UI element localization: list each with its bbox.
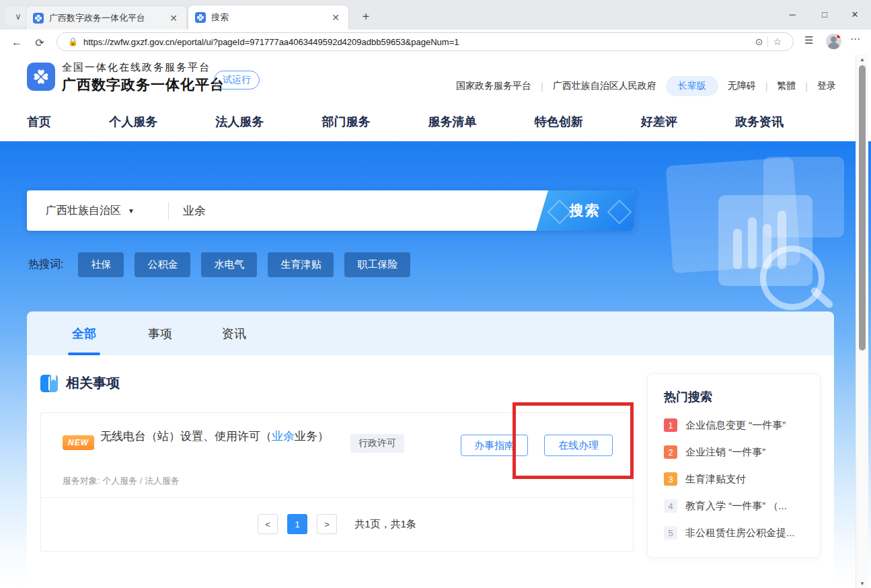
next-page-button[interactable]: >	[317, 514, 337, 534]
site-header: 全国一体化在线政务服务平台 广西数字政务一体化平台 试运行 国家政务服务平台 |…	[0, 54, 871, 141]
prev-page-button[interactable]: <	[258, 514, 278, 534]
banner-illustration	[632, 145, 871, 313]
maximize-icon: □	[822, 9, 827, 20]
window-minimize-button[interactable]: ─	[778, 4, 806, 24]
diamond-decoration	[607, 200, 632, 225]
hot-keyword-shebao[interactable]: 社保	[78, 252, 124, 277]
main-navigation: 首页 个人服务 法人服务 部门服务 服务清单 特色创新 好差评 政务资讯	[27, 114, 784, 130]
new-tab-button[interactable]: ＋	[356, 8, 375, 23]
nav-personal-services[interactable]: 个人服务	[109, 114, 157, 130]
rank-badge-5: 5	[664, 526, 677, 540]
browser-tab-portal[interactable]: 广西数字政务一体化平台 ✕	[26, 5, 187, 30]
scrollbar-thumb[interactable]	[859, 65, 866, 351]
rank-badge-3: 3	[664, 472, 677, 486]
address-bar[interactable]: 🔒 https://zwfw.gxzf.gov.cn/eportal/ui?pa…	[56, 32, 794, 51]
title-prefix: 无线电台（站）设置、使用许可（	[100, 430, 272, 443]
url-text[interactable]: https://zwfw.gxzf.gov.cn/eportal/ui?page…	[83, 37, 751, 47]
scroll-down-icon[interactable]: ▼	[856, 579, 868, 588]
hot-search-title: 热门搜索	[664, 389, 712, 405]
refresh-icon: ⟳	[35, 36, 44, 49]
tab-all[interactable]: 全部	[72, 311, 96, 355]
tab-close-icon[interactable]: ✕	[167, 12, 180, 24]
reader-menu-icon[interactable]: ⊙	[755, 36, 763, 47]
chart-bar-shape	[733, 229, 742, 269]
link-divider: |	[765, 81, 768, 91]
tab-items[interactable]: 事项	[148, 311, 172, 355]
hot-search-item-3[interactable]: 3 生育津贴支付	[664, 472, 808, 486]
nav-legal-services[interactable]: 法人服务	[215, 114, 264, 130]
nav-featured-innovation[interactable]: 特色创新	[535, 114, 583, 130]
rank-badge-1: 1	[664, 418, 677, 432]
profile-avatar[interactable]	[826, 34, 841, 49]
back-arrow-icon: ←	[11, 36, 22, 48]
trial-run-badge: 试运行	[214, 71, 260, 89]
search-divider	[168, 202, 169, 219]
tab-news[interactable]: 资讯	[222, 311, 246, 355]
link-national-platform[interactable]: 国家政务服务平台	[456, 80, 531, 92]
tab-title: 广西数字政务一体化平台	[49, 12, 167, 24]
refresh-button[interactable]: ⟳	[31, 34, 48, 51]
traditional-chinese-link[interactable]: 繁體	[777, 80, 796, 92]
header-links: 国家政务服务平台 | 广西壮族自治区人民政府 长辈版 无障碍 | 繁體 | 登录	[456, 76, 836, 96]
favorites-list-icon[interactable]: ☰	[804, 34, 813, 46]
accessibility-link[interactable]: 无障碍	[728, 80, 756, 92]
banner-background: 广西壮族自治区 ▼ 业余 搜索 热搜词: 社保 公积金 水电气 生育津贴 职工保…	[0, 141, 871, 588]
browser-menu-icon[interactable]: ⋯	[850, 33, 860, 45]
search-button[interactable]: 搜索	[536, 190, 634, 231]
link-divider: |	[805, 81, 808, 91]
hot-keyword-gongjijin[interactable]: 公积金	[135, 252, 190, 277]
platform-subtitle: 全国一体化在线政务服务平台	[62, 61, 211, 74]
hot-search-text: 企业信息变更 “一件事”	[685, 419, 786, 432]
magnifier-icon	[760, 246, 825, 310]
window-close-button[interactable]: ✕	[841, 4, 869, 24]
hot-search-card: 热门搜索 1 企业信息变更 “一件事” 2 企业注销 “一件事” 3 生育津贴支…	[647, 373, 821, 558]
login-link[interactable]: 登录	[817, 80, 836, 92]
site-favicon-icon	[195, 12, 206, 23]
hot-search-item-4[interactable]: 4 教育入学 “一件事” （...	[664, 499, 808, 513]
result-tabbar: 全部 事项 资讯	[27, 311, 834, 355]
back-button[interactable]: ←	[8, 34, 26, 51]
search-button-label: 搜索	[570, 201, 601, 220]
page-1-button[interactable]: 1	[287, 514, 307, 534]
hot-keyword-zhigongbaoxian[interactable]: 职工保险	[344, 252, 410, 277]
hot-search-item-5[interactable]: 5 非公租赁住房公积金提...	[664, 526, 808, 540]
scroll-up-icon[interactable]: ▲	[856, 54, 868, 64]
nav-rating[interactable]: 好差评	[641, 114, 677, 130]
rank-badge-4: 4	[664, 499, 677, 513]
hot-search-item-2[interactable]: 2 企业注销 “一件事”	[664, 445, 808, 459]
related-items-header: 相关事项	[40, 374, 120, 392]
nav-service-list[interactable]: 服务清单	[428, 114, 477, 130]
browser-tab-search[interactable]: 搜索 ✕	[188, 5, 348, 30]
book-icon	[40, 375, 58, 392]
browser-tabstrip: ∨ 广西数字政务一体化平台 ✕	[0, 0, 871, 30]
favorite-star-icon[interactable]: ☆	[773, 36, 782, 47]
result-item-title[interactable]: 无线电台（站）设置、使用许可（业余业务）	[100, 425, 375, 448]
admin-license-tag: 行政许可	[350, 434, 404, 453]
rank-badge-2: 2	[664, 445, 677, 459]
hot-search-item-1[interactable]: 1 企业信息变更 “一件事”	[664, 418, 808, 432]
hot-keywords-label: 热搜词:	[28, 258, 63, 272]
annotation-highlight-box	[513, 402, 634, 479]
page-scrollbar[interactable]: ▲ ▼	[856, 54, 868, 588]
hot-keyword-shuidianqi[interactable]: 水电气	[201, 252, 257, 277]
hot-keyword-shengyujintie[interactable]: 生育津贴	[268, 252, 334, 277]
site-logo[interactable]	[27, 63, 55, 91]
title-suffix: 业务）	[295, 430, 329, 443]
nav-home[interactable]: 首页	[27, 114, 51, 130]
title-highlight: 业余	[272, 430, 295, 443]
pagination-summary: 共1页，共1条	[354, 518, 416, 531]
nav-department-services[interactable]: 部门服务	[321, 114, 370, 130]
tab-items-label: 事项	[148, 326, 172, 342]
hot-keywords-row: 热搜词: 社保 公积金 水电气 生育津贴 职工保险	[28, 252, 410, 277]
link-guangxi-gov[interactable]: 广西壮族自治区人民政府	[553, 80, 656, 92]
clover-logo-icon	[30, 65, 52, 88]
tab-close-icon[interactable]: ✕	[330, 11, 342, 24]
toolbar-divider	[767, 36, 768, 47]
region-selector[interactable]: 广西壮族自治区 ▼	[46, 190, 135, 231]
search-input[interactable]: 业余	[183, 190, 546, 231]
nav-gov-news[interactable]: 政务资讯	[735, 114, 784, 130]
elder-version-button[interactable]: 长辈版	[666, 76, 718, 96]
tab-news-label: 资讯	[222, 326, 246, 342]
window-maximize-button[interactable]: □	[810, 4, 839, 24]
minimize-icon: ─	[789, 9, 795, 20]
